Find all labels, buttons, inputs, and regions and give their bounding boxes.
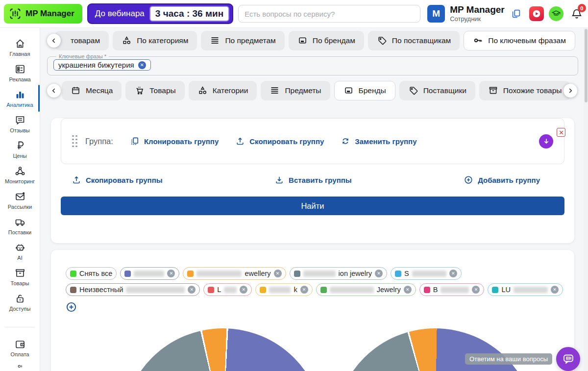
close-panel-icon[interactable]: [557, 128, 565, 137]
brand-chip[interactable]: Неизвестный ✕: [66, 283, 200, 296]
tab-similar-products[interactable]: Похожие товары: [479, 81, 571, 100]
color-swatch: [424, 287, 430, 293]
tab-by-brands[interactable]: По брендам: [289, 31, 364, 50]
sidebar-item-payment[interactable]: Оплата: [0, 335, 40, 360]
remove-chip-icon[interactable]: ✕: [551, 286, 559, 294]
copy-icon[interactable]: [511, 8, 521, 19]
copy-group-button[interactable]: Скопировать группу: [235, 136, 324, 146]
support-chat-button[interactable]: [556, 347, 580, 371]
color-swatch: [260, 287, 266, 293]
sidebar-item-home[interactable]: Главная: [0, 35, 40, 60]
brand-chip[interactable]: S ✕: [391, 267, 462, 280]
brand-chip[interactable]: ewellery ✕: [183, 267, 286, 280]
remove-chip-icon[interactable]: ✕: [300, 286, 308, 294]
sidebar-item-analytics[interactable]: Аналитика: [0, 86, 40, 111]
remove-chip-icon[interactable]: ✕: [375, 270, 383, 277]
brand-chip[interactable]: ✕: [120, 267, 179, 280]
app-window: MP Manager До вебинара 3 часа : 36 мин M…: [0, 0, 588, 371]
robot-icon: [14, 242, 26, 253]
remove-chip-icon[interactable]: ✕: [472, 286, 480, 294]
tab-brands[interactable]: Бренды: [334, 81, 395, 100]
paste-groups-button[interactable]: Вставить группы: [274, 175, 352, 185]
reviews-icon: [14, 114, 26, 126]
app-logo[interactable]: MP Manager: [4, 4, 82, 24]
scrollbar-thumb[interactable]: [585, 29, 588, 102]
ruble-icon: [14, 140, 26, 151]
tab-subjects[interactable]: Предметы: [261, 81, 330, 100]
monitoring-nodes-icon: [14, 165, 26, 177]
sidebar-item-access[interactable]: Доступы: [0, 290, 40, 315]
brand-chip[interactable]: B ✕: [419, 283, 485, 296]
clone-group-button[interactable]: Клонировать группу: [130, 136, 219, 146]
brand-chip[interactable]: LU ✕: [488, 283, 563, 296]
box-icon: [14, 267, 26, 279]
tab-by-keywords[interactable]: По ключевым фразам: [464, 31, 575, 50]
search-submit-button[interactable]: Найти: [61, 197, 564, 215]
page-scrollbar[interactable]: [584, 28, 588, 371]
image-icon: [343, 85, 354, 96]
color-swatch: [320, 287, 327, 293]
sidebar-item-ai[interactable]: AI: [0, 239, 40, 264]
keyword-chip-remove-icon[interactable]: ✕: [138, 61, 146, 69]
brand-chip[interactable]: ion jewelry ✕: [290, 267, 388, 280]
tab-categories[interactable]: Категории: [189, 81, 257, 100]
tab-suppliers[interactable]: Поставщики: [399, 81, 475, 100]
video-channel-icon[interactable]: [529, 6, 544, 21]
copy-groups-button[interactable]: Скопировать группы: [72, 175, 163, 185]
redacted-text: [126, 287, 185, 293]
color-swatch: [70, 271, 76, 277]
service-search-input[interactable]: [238, 5, 420, 23]
list-lines-icon: [210, 35, 220, 46]
remove-chip-icon[interactable]: ✕: [404, 286, 412, 294]
keyword-chip[interactable]: украшения бижутерия ✕: [53, 59, 151, 71]
section-tabs-scroll-left-button[interactable]: [47, 84, 61, 98]
user-account[interactable]: M MP Manager Сотрудник: [427, 5, 505, 23]
sidebar-item-mailings[interactable]: Рассылки: [0, 188, 40, 213]
collapse-group-button[interactable]: [539, 134, 553, 148]
remove-chip-icon[interactable]: ✕: [449, 270, 457, 277]
group-label: Группа:: [85, 137, 113, 146]
brand-share-pie-left[interactable]: [122, 328, 323, 371]
sidebar-item-supplies[interactable]: Поставки: [0, 213, 40, 238]
remove-chip-icon[interactable]: ✕: [167, 270, 175, 277]
clear-all-chip[interactable]: Снять все: [66, 267, 117, 280]
sidebar-item-products[interactable]: Товары: [0, 264, 40, 289]
remove-chip-icon[interactable]: ✕: [240, 286, 247, 294]
clone-icon: [130, 136, 140, 146]
add-brand-button[interactable]: [66, 301, 77, 313]
sidebar-item-reviews[interactable]: Отзывы: [0, 111, 40, 136]
add-group-button[interactable]: Добавить группу: [464, 175, 540, 185]
color-swatch: [70, 287, 76, 293]
brand-chip[interactable]: k ✕: [255, 283, 312, 296]
brand-chips-row-1: Снять все ✕ ewellery ✕: [66, 267, 564, 280]
brand-chip[interactable]: L ✕: [203, 283, 252, 296]
keyword-phrases-field[interactable]: Ключевые фразы * украшения бижутерия ✕: [47, 53, 578, 75]
sidebar-item-monitoring[interactable]: Мониторинг: [0, 162, 40, 187]
section-tabs-scroll-right-button[interactable]: [564, 84, 577, 98]
remove-chip-icon[interactable]: ✕: [188, 286, 196, 294]
education-icon[interactable]: [549, 6, 564, 21]
notifications-bell[interactable]: 0: [570, 7, 583, 20]
brand-chip[interactable]: Jewelry ✕: [316, 283, 416, 296]
tab-by-suppliers[interactable]: По поставщикам: [368, 31, 460, 50]
barcode-logo-icon: [9, 7, 22, 20]
webinar-timer: 3 часа : 36 мин: [149, 6, 229, 22]
tab-products[interactable]: Товары: [125, 81, 184, 100]
sidebar-item-users-partial[interactable]: [0, 361, 40, 371]
webinar-countdown-badge[interactable]: До вебинара 3 часа : 36 мин: [87, 3, 233, 24]
tab-months[interactable]: Месяца: [62, 81, 122, 100]
user-role: Сотрудник: [450, 15, 505, 23]
keyword-phrases-label: Ключевые фразы *: [56, 53, 109, 59]
webinar-label: До вебинара: [95, 9, 145, 19]
top-header: MP Manager До вебинара 3 часа : 36 мин M…: [0, 0, 588, 28]
upload-icon: [72, 175, 81, 185]
tab-by-subjects[interactable]: По предметам: [201, 31, 284, 50]
replace-group-button[interactable]: Заменить группу: [341, 136, 416, 146]
remove-chip-icon[interactable]: ✕: [274, 270, 282, 277]
sidebar-item-prices[interactable]: Цены: [0, 137, 40, 162]
tab-by-categories[interactable]: По категориям: [113, 31, 197, 50]
tab-by-products[interactable]: товарам: [55, 31, 109, 50]
drag-handle-icon[interactable]: [72, 135, 77, 148]
tabs-scroll-left-button[interactable]: [47, 34, 61, 48]
sidebar-item-ads[interactable]: Реклама: [0, 60, 40, 85]
